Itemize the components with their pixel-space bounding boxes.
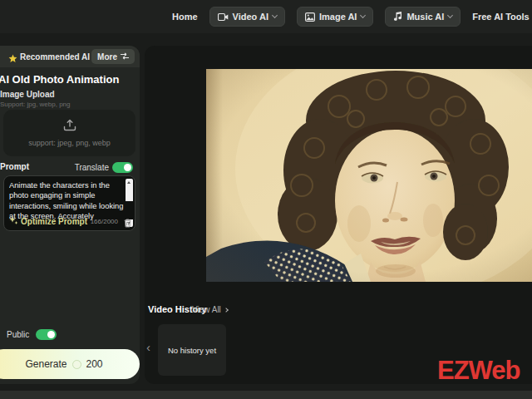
nav-free-ai-tools[interactable]: Free AI Tools xyxy=(472,12,532,22)
footer-strip xyxy=(0,391,532,399)
nav-music-ai-label: Music AI xyxy=(406,12,444,22)
nav-image-ai[interactable]: Image AI xyxy=(297,7,373,27)
prompt-label: Prompt xyxy=(0,162,29,171)
image-upload-dropzone[interactable]: support: jpeg, png, webp xyxy=(3,110,135,156)
more-button[interactable]: More xyxy=(91,49,135,64)
preview-panel: Video History View All ‹ No history yet xyxy=(145,46,532,384)
view-all-label: View All xyxy=(192,305,221,314)
translate-toggle[interactable] xyxy=(112,162,133,173)
char-counter: 166/2000 xyxy=(91,218,118,225)
generate-cost: 200 xyxy=(86,358,103,370)
recommended-bar: Recommended AI More xyxy=(0,46,140,67)
ezweb-watermark: EZWeb xyxy=(437,356,520,386)
prompt-editor: Animate the characters in the photo enga… xyxy=(3,175,135,231)
scroll-up-button[interactable] xyxy=(126,179,133,186)
nav-menu: Home Video AI Image AI Music xyxy=(172,0,532,33)
coin-icon xyxy=(72,360,81,369)
optimize-prompt-button[interactable]: Optimize Prompt xyxy=(9,216,87,227)
swap-arrows-icon xyxy=(121,52,129,62)
public-row: Public xyxy=(7,329,57,340)
sparkle-icon xyxy=(9,216,18,227)
generate-label: Generate xyxy=(25,358,66,370)
image-upload-label: Image Upload xyxy=(0,90,55,99)
nav-music-ai[interactable]: Music AI xyxy=(385,7,461,27)
upload-icon xyxy=(63,119,76,135)
generate-button[interactable]: Generate 200 xyxy=(0,349,140,379)
nav-video-ai[interactable]: Video AI xyxy=(209,7,285,27)
top-nav: Home Video AI Image AI Music xyxy=(0,0,532,33)
view-all-link[interactable]: View All xyxy=(192,305,228,314)
prompt-footer-row: Optimize Prompt 166/2000 xyxy=(9,216,131,227)
public-label: Public xyxy=(7,330,29,339)
scrollbar-thumb[interactable] xyxy=(126,186,133,201)
nav-video-ai-label: Video AI xyxy=(233,12,268,22)
carousel-prev-button[interactable]: ‹ xyxy=(146,341,150,353)
optimize-prompt-label: Optimize Prompt xyxy=(21,217,87,226)
page-title: AI Old Photo Animation xyxy=(0,73,119,86)
chevron-down-icon xyxy=(360,12,366,18)
chevron-right-icon xyxy=(224,308,229,313)
chevron-down-icon xyxy=(272,12,278,18)
nav-free-ai-tools-label: Free AI Tools xyxy=(472,12,529,22)
app-window: Home Video AI Image AI Music xyxy=(0,0,532,399)
public-toggle[interactable] xyxy=(36,329,57,340)
upload-support-hint: Support: jpg, webp, png xyxy=(0,101,71,108)
nav-home[interactable]: Home xyxy=(172,12,198,22)
old-photo-illustration xyxy=(206,69,532,282)
nav-image-ai-label: Image AI xyxy=(319,12,357,22)
star-icon xyxy=(8,52,17,66)
empty-history-label: No history yet xyxy=(168,346,216,355)
history-empty-card[interactable]: No history yet xyxy=(158,324,226,376)
image-icon xyxy=(305,12,315,22)
trash-icon[interactable] xyxy=(124,216,131,231)
chevron-down-icon xyxy=(447,12,453,18)
video-camera-icon xyxy=(218,12,229,22)
upload-box-hint: support: jpeg, png, webp xyxy=(28,139,111,147)
prompt-header-row: Prompt Translate xyxy=(0,162,135,174)
tool-sidebar: Recommended AI More AI Old Photo Animati… xyxy=(0,46,140,384)
translate-label: Translate xyxy=(75,163,109,172)
more-label: More xyxy=(97,52,117,62)
toggle-knob xyxy=(124,164,131,171)
music-note-icon xyxy=(393,12,402,22)
nav-home-label: Home xyxy=(172,12,198,22)
recommended-label: Recommended AI xyxy=(20,52,90,62)
sample-photo xyxy=(206,69,532,282)
toggle-knob xyxy=(47,331,55,338)
